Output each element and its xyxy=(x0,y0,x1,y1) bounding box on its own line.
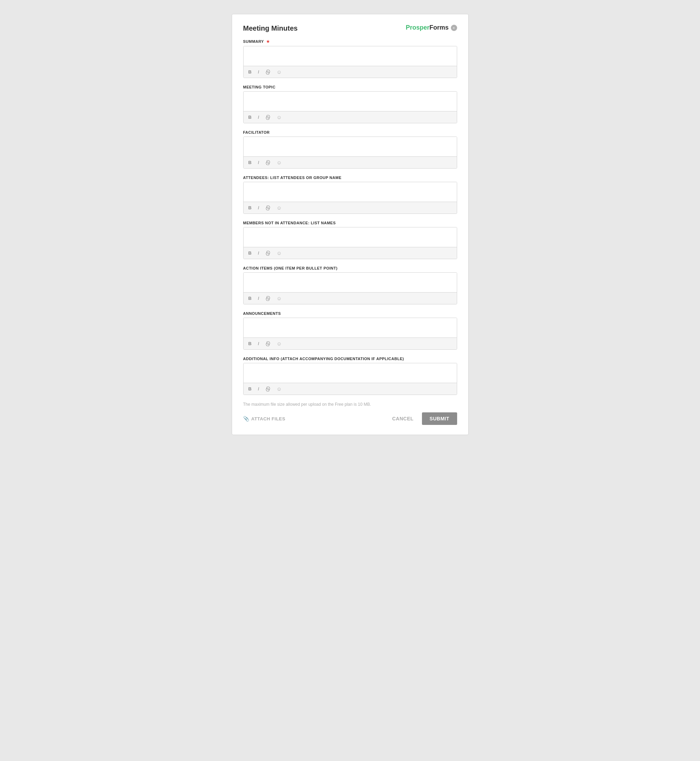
bold-button-facilitator[interactable]: B xyxy=(247,159,253,166)
bold-button-attendees[interactable]: B xyxy=(247,204,253,211)
editor-announcements: BI☺ xyxy=(243,318,457,350)
bold-button-additional_info[interactable]: B xyxy=(247,385,253,392)
textarea-action_items[interactable] xyxy=(244,273,457,291)
italic-button-facilitator[interactable]: I xyxy=(256,159,261,166)
form-container: Meeting Minutes ProsperForms × SUMMARY ★… xyxy=(232,14,469,435)
toolbar-additional_info: BI☺ xyxy=(244,383,457,395)
editor-attendees: BI☺ xyxy=(243,182,457,214)
field-attendees: ATTENDEES: LIST ATTENDEES OR GROUP NAMEB… xyxy=(243,176,457,214)
textarea-meeting_topic[interactable] xyxy=(244,92,457,110)
editor-summary: BI☺ xyxy=(243,46,457,78)
textarea-additional_info[interactable] xyxy=(244,363,457,381)
link-button-additional_info[interactable] xyxy=(264,386,272,392)
form-title-block: Meeting Minutes xyxy=(243,24,298,33)
bold-button-announcements[interactable]: B xyxy=(247,340,253,347)
fields-container: SUMMARY ★BI☺MEETING TOPICBI☺FACILITATORB… xyxy=(243,39,457,395)
editor-action_items: BI☺ xyxy=(243,272,457,304)
action-buttons: CANCEL SUBMIT xyxy=(388,412,457,425)
italic-button-attendees[interactable]: I xyxy=(256,204,261,211)
link-button-attendees[interactable] xyxy=(264,205,272,211)
emoji-button-facilitator[interactable]: ☺ xyxy=(275,159,283,166)
emoji-button-action_items[interactable]: ☺ xyxy=(275,295,283,302)
italic-button-action_items[interactable]: I xyxy=(256,295,261,302)
field-facilitator: FACILITATORBI☺ xyxy=(243,130,457,168)
emoji-button-announcements[interactable]: ☺ xyxy=(275,340,283,347)
label-members_not_attending: MEMBERS NOT IN ATTENDANCE: LIST NAMES xyxy=(243,221,457,225)
editor-meeting_topic: BI☺ xyxy=(243,91,457,123)
link-button-members_not_attending[interactable] xyxy=(264,250,272,256)
italic-button-members_not_attending[interactable]: I xyxy=(256,250,261,256)
bold-button-meeting_topic[interactable]: B xyxy=(247,114,253,120)
attach-label: ATTACH FILES xyxy=(251,416,285,421)
submit-button[interactable]: SUBMIT xyxy=(422,412,457,425)
emoji-button-meeting_topic[interactable]: ☺ xyxy=(275,114,283,121)
link-button-summary[interactable] xyxy=(264,69,272,75)
textarea-attendees[interactable] xyxy=(244,182,457,200)
emoji-button-attendees[interactable]: ☺ xyxy=(275,204,283,211)
label-summary: SUMMARY ★ xyxy=(243,39,457,44)
emoji-button-summary[interactable]: ☺ xyxy=(275,68,283,76)
form-actions: 📎 ATTACH FILES CANCEL SUBMIT xyxy=(243,412,457,425)
textarea-announcements[interactable] xyxy=(244,318,457,336)
link-button-action_items[interactable] xyxy=(264,295,272,302)
cancel-button[interactable]: CANCEL xyxy=(388,413,417,424)
bold-button-members_not_attending[interactable]: B xyxy=(247,250,253,256)
link-button-announcements[interactable] xyxy=(264,341,272,347)
logo: ProsperForms xyxy=(406,24,448,31)
link-button-meeting_topic[interactable] xyxy=(264,114,272,120)
attach-files-button[interactable]: 📎 ATTACH FILES xyxy=(243,416,285,421)
editor-facilitator: BI☺ xyxy=(243,137,457,168)
label-meeting_topic: MEETING TOPIC xyxy=(243,85,457,89)
textarea-facilitator[interactable] xyxy=(244,137,457,155)
emoji-button-additional_info[interactable]: ☺ xyxy=(275,385,283,393)
paperclip-icon: 📎 xyxy=(243,416,250,421)
bold-button-action_items[interactable]: B xyxy=(247,295,253,302)
label-facilitator: FACILITATOR xyxy=(243,130,457,134)
italic-button-announcements[interactable]: I xyxy=(256,340,261,347)
link-button-facilitator[interactable] xyxy=(264,159,272,166)
field-announcements: ANNOUNCEMENTSBI☺ xyxy=(243,311,457,350)
file-size-note: The maximum file size allowed per upload… xyxy=(243,402,457,407)
required-indicator: ★ xyxy=(265,39,270,44)
editor-additional_info: BI☺ xyxy=(243,363,457,395)
logo-prosper: Prosper xyxy=(406,24,429,31)
editor-members_not_attending: BI☺ xyxy=(243,227,457,259)
toolbar-summary: BI☺ xyxy=(244,66,457,78)
logo-wrapper: ProsperForms × xyxy=(406,24,457,31)
toolbar-facilitator: BI☺ xyxy=(244,156,457,168)
logo-forms: Forms xyxy=(429,24,448,31)
label-action_items: ACTION ITEMS (ONE ITEM PER BULLET POINT) xyxy=(243,266,457,270)
form-header: Meeting Minutes ProsperForms × xyxy=(243,24,457,33)
italic-button-additional_info[interactable]: I xyxy=(256,385,261,392)
toolbar-announcements: BI☺ xyxy=(244,337,457,349)
field-members_not_attending: MEMBERS NOT IN ATTENDANCE: LIST NAMESBI☺ xyxy=(243,221,457,259)
toolbar-action_items: BI☺ xyxy=(244,292,457,304)
italic-button-summary[interactable]: I xyxy=(256,69,261,75)
bold-button-summary[interactable]: B xyxy=(247,69,253,75)
textarea-members_not_attending[interactable] xyxy=(244,228,457,246)
field-summary: SUMMARY ★BI☺ xyxy=(243,39,457,78)
toolbar-meeting_topic: BI☺ xyxy=(244,111,457,123)
field-action_items: ACTION ITEMS (ONE ITEM PER BULLET POINT)… xyxy=(243,266,457,304)
textarea-summary[interactable] xyxy=(244,46,457,64)
form-title: Meeting Minutes xyxy=(243,24,298,33)
emoji-button-members_not_attending[interactable]: ☺ xyxy=(275,250,283,257)
label-announcements: ANNOUNCEMENTS xyxy=(243,311,457,315)
toolbar-attendees: BI☺ xyxy=(244,202,457,214)
label-attendees: ATTENDEES: LIST ATTENDEES OR GROUP NAME xyxy=(243,176,457,180)
toolbar-members_not_attending: BI☺ xyxy=(244,247,457,259)
field-additional_info: ADDITIONAL INFO (ATTACH ACCOMPANYING DOC… xyxy=(243,357,457,395)
label-additional_info: ADDITIONAL INFO (ATTACH ACCOMPANYING DOC… xyxy=(243,357,457,361)
italic-button-meeting_topic[interactable]: I xyxy=(256,114,261,120)
field-meeting_topic: MEETING TOPICBI☺ xyxy=(243,85,457,123)
close-button[interactable]: × xyxy=(451,25,457,31)
